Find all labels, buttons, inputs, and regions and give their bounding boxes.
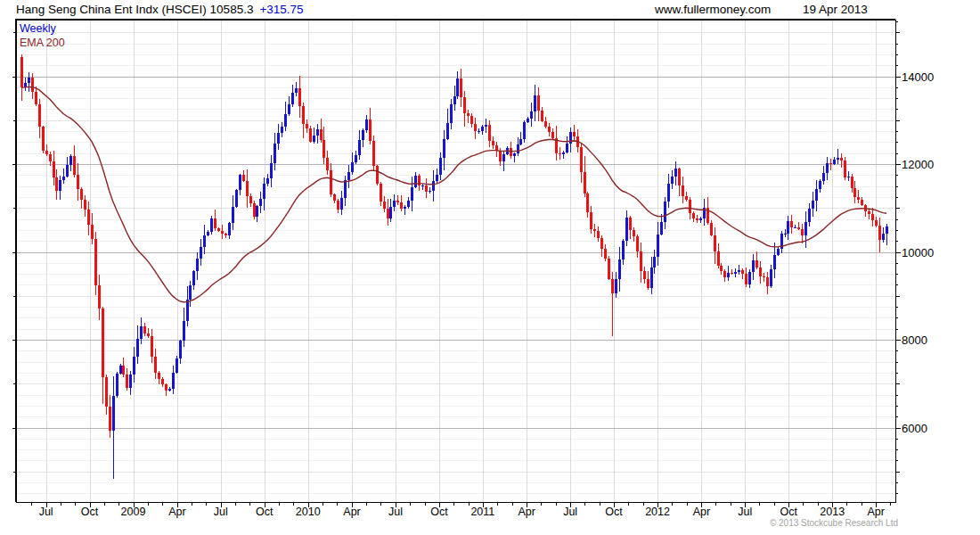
website-label: www.fullermoney.com	[655, 3, 771, 16]
candlestick-series	[20, 54, 889, 478]
x-axis-label: Jul	[214, 506, 228, 518]
x-axis-label: Apr	[168, 506, 185, 518]
x-axis-label: 2013	[820, 506, 845, 518]
x-axis-label: Jul	[388, 506, 403, 518]
x-axis-label: 2009	[121, 506, 146, 518]
ema-line	[21, 86, 886, 301]
copyright-notice: © 2013 Stockcube Research Ltd	[770, 518, 898, 528]
instrument-name: Hang Seng China Ent Indx (HSCEI) 10585.3	[16, 3, 253, 16]
price-chart: 60008000100001200014000JulOct2009AprJulO…	[0, 0, 980, 535]
y-axis-label: 8000	[902, 333, 927, 347]
legend-ema: EMA 200	[20, 37, 65, 49]
x-axis-label: 2011	[470, 506, 494, 518]
x-axis-label: Apr	[693, 506, 710, 518]
x-axis-label: Oct	[256, 506, 274, 518]
price-change: +315.75	[259, 3, 303, 16]
x-axis-label: Oct	[605, 506, 623, 518]
x-axis-label: Jul	[738, 506, 752, 518]
y-axis-label: 10000	[902, 246, 934, 259]
x-axis-label: Oct	[780, 506, 798, 518]
legend-timeframe: Weekly	[20, 22, 56, 35]
x-axis-label: Apr	[343, 506, 360, 518]
chart-title: Hang Seng China Ent Indx (HSCEI) 10585.3…	[16, 3, 304, 16]
y-axis-label: 14000	[902, 70, 934, 84]
y-axis-label: 12000	[902, 158, 934, 171]
x-axis-label: Apr	[867, 506, 884, 518]
x-axis-label: Jul	[39, 506, 53, 518]
x-axis-label: 2012	[645, 506, 670, 518]
x-axis-label: 2010	[296, 506, 321, 518]
x-axis-label: Jul	[563, 506, 577, 518]
x-axis-label: Apr	[518, 506, 535, 518]
x-axis-label: Oct	[81, 506, 99, 518]
x-axis-label: Oct	[430, 506, 448, 518]
y-axis-label: 6000	[902, 422, 927, 435]
date-label: 19 Apr 2013	[803, 3, 868, 16]
